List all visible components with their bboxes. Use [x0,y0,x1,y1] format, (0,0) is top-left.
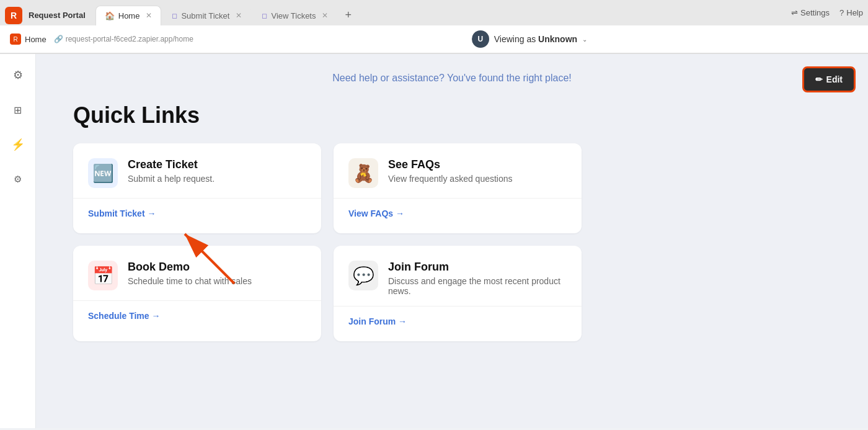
tagline: Need help or assistance? You've found th… [73,73,831,84]
book-demo-desc: Schedule time to chat with sales [128,276,252,286]
submit-tab-icon: ◻ [172,12,177,20]
address-bar: R Home 🔗 request-portal-f6ced2.zapier.ap… [0,25,868,53]
view-faqs-link[interactable]: View FAQs → [348,208,567,218]
submit-ticket-link[interactable]: Submit Ticket → [88,208,306,218]
breadcrumb: R Home [10,34,46,45]
content-area: ✏ Edit Need help or assistance? You've f… [36,54,868,428]
tab-bar: R Request Portal 🏠 Home ✕ ◻ Submit Ticke… [0,0,868,25]
card-join-forum-top: 💬 Join Forum Discuss and engage the most… [348,261,567,296]
browser-chrome: R Request Portal 🏠 Home ✕ ◻ Submit Ticke… [0,0,868,54]
submit-tab-close[interactable]: ✕ [236,11,242,20]
sidebar-item-layout[interactable]: ⊞ [7,99,29,121]
settings-icon: ⇌ [791,8,798,17]
create-ticket-icon: 🆕 [88,158,118,188]
sidebar-item-zap[interactable]: ⚡ [7,133,29,156]
cards-grid: 🆕 Create Ticket Submit a help request. S… [73,143,582,341]
create-ticket-text: Create Ticket Submit a help request. [128,158,215,184]
user-avatar: U [472,30,489,48]
card-create-ticket: 🆕 Create Ticket Submit a help request. S… [73,143,321,233]
edit-pencil-icon: ✏ [815,74,823,84]
sidebar-item-integrations[interactable]: ⚙ [7,168,29,190]
tab-view-tickets[interactable]: ◻ View Tickets ✕ [252,6,337,25]
join-forum-title: Join Forum [388,261,567,274]
join-forum-link[interactable]: Join Forum → [348,316,567,326]
home-breadcrumb-icon: R [10,34,21,45]
card-divider [73,198,321,199]
help-link[interactable]: ? Help [839,8,863,17]
book-demo-icon: 📅 [88,261,118,290]
home-tab-close[interactable]: ✕ [146,11,152,20]
sidebar: ⚙ ⊞ ⚡ ⚙ [0,54,36,428]
link-icon: 🔗 [54,35,63,43]
card-see-faqs: 🧸 See FAQs View frequently asked questio… [334,143,582,233]
settings-link[interactable]: ⇌ Settings [791,8,830,17]
book-demo-text: Book Demo Schedule time to chat with sal… [128,261,252,286]
create-ticket-title: Create Ticket [128,158,215,171]
viewing-as-selector[interactable]: U Viewing as Unknown ⌄ [472,30,587,48]
card-create-ticket-top: 🆕 Create Ticket Submit a help request. [88,158,306,188]
main-layout: ⚙ ⊞ ⚡ ⚙ ✏ Edit Need help or assistance? … [0,54,868,428]
card-divider-2 [334,198,582,199]
integrations-icon: ⚙ [14,174,22,185]
address-bar-center: U Viewing as Unknown ⌄ [201,30,858,48]
layout-icon: ⊞ [14,104,22,116]
view-tab-icon: ◻ [262,12,267,20]
view-tab-close[interactable]: ✕ [322,11,328,20]
new-tab-button[interactable]: + [339,5,358,25]
quick-links-title: Quick Links [73,102,831,128]
card-book-demo: 📅 Book Demo Schedule time to chat with s… [73,246,321,341]
create-ticket-desc: Submit a help request. [128,174,215,184]
gear-icon: ⚙ [13,68,23,82]
see-faqs-icon: 🧸 [348,158,378,188]
home-tab-icon: 🏠 [105,11,115,20]
card-divider-4 [334,306,582,307]
viewing-chevron-icon: ⌄ [582,36,587,43]
app-title: Request Portal [29,11,86,20]
join-forum-desc: Discuss and engage the most recent produ… [388,276,567,296]
app-icon: R [5,7,22,24]
zap-icon: ⚡ [11,138,25,151]
see-faqs-text: See FAQs View frequently asked questions [388,158,513,184]
card-divider-3 [73,300,321,301]
tab-submit-ticket[interactable]: ◻ Submit Ticket ✕ [162,6,251,25]
help-icon: ? [839,8,844,17]
see-faqs-desc: View frequently asked questions [388,174,513,184]
schedule-time-link[interactable]: Schedule Time → [88,311,306,321]
sidebar-item-settings[interactable]: ⚙ [7,64,29,86]
tab-home[interactable]: 🏠 Home ✕ [95,6,162,25]
card-join-forum: 💬 Join Forum Discuss and engage the most… [334,246,582,341]
join-forum-icon: 💬 [348,261,378,290]
edit-button[interactable]: ✏ Edit [802,66,856,92]
card-see-faqs-top: 🧸 See FAQs View frequently asked questio… [348,158,567,188]
join-forum-text: Join Forum Discuss and engage the most r… [388,261,567,296]
url-display: 🔗 request-portal-f6ced2.zapier.app/home [54,35,193,43]
submit-tab-label: Submit Ticket [181,11,229,20]
viewing-as-text: Viewing as Unknown [494,34,577,44]
see-faqs-title: See FAQs [388,158,513,171]
home-tab-label: Home [118,11,140,20]
card-book-demo-top: 📅 Book Demo Schedule time to chat with s… [88,261,306,290]
view-tab-label: View Tickets [271,11,316,20]
book-demo-title: Book Demo [128,261,252,274]
